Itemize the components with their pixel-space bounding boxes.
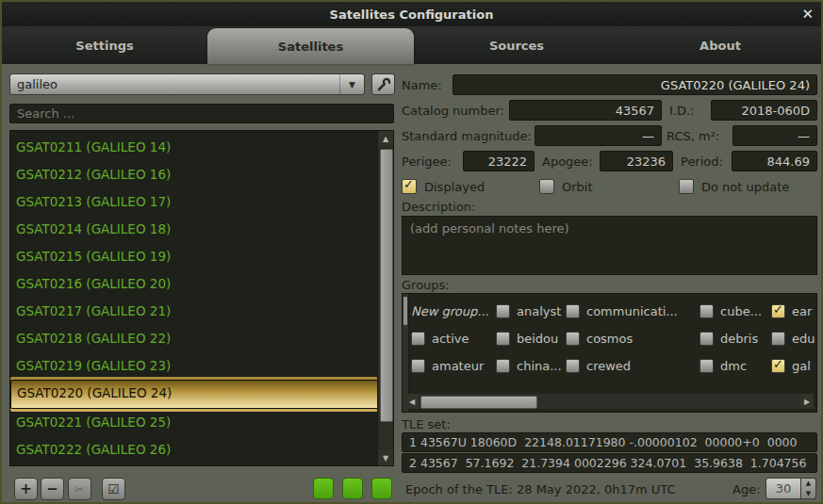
standard-magnitude-field[interactable]: — bbox=[535, 125, 662, 146]
displayed-checkbox[interactable]: Displayed bbox=[402, 179, 485, 194]
list-item[interactable]: GSAT0214 (GALILEO 18) bbox=[10, 216, 379, 243]
description-textarea[interactable] bbox=[402, 216, 817, 275]
vertical-scrollbar[interactable]: ▲ ▼ bbox=[377, 131, 393, 465]
group-checkbox[interactable] bbox=[700, 359, 714, 373]
tab-settings[interactable]: Settings bbox=[2, 26, 207, 64]
list-item[interactable]: GSAT0221 (GALILEO 25) bbox=[10, 409, 379, 436]
group-item[interactable]: communicati... bbox=[566, 304, 700, 318]
group-item[interactable]: cosmos bbox=[566, 332, 700, 346]
group-checkbox[interactable] bbox=[496, 332, 510, 346]
tle-line2-field[interactable]: 2 43567 57.1692 21.7394 0002296 324.0701… bbox=[402, 453, 817, 473]
list-item[interactable]: GSAT0212 (GALILEO 16) bbox=[10, 161, 379, 188]
list-item[interactable]: GSAT0216 (GALILEO 20) bbox=[10, 270, 379, 298]
catalog-number-field[interactable]: 43567 bbox=[509, 100, 662, 121]
age-spinbox[interactable]: 30 bbox=[765, 478, 801, 499]
scroll-left-icon[interactable]: ◀ bbox=[405, 394, 419, 409]
group-checkbox[interactable] bbox=[771, 359, 785, 373]
search-input[interactable] bbox=[9, 104, 394, 123]
group-checkbox[interactable] bbox=[566, 304, 580, 318]
perigee-field[interactable]: 23222 bbox=[463, 151, 535, 171]
group-label: gal bbox=[792, 359, 811, 373]
id-field[interactable]: 2018-060D bbox=[711, 100, 817, 121]
group-item[interactable]: ear bbox=[771, 304, 817, 318]
group-checkbox[interactable] bbox=[566, 332, 580, 346]
apogee-field[interactable]: 23236 bbox=[600, 151, 673, 171]
group-item[interactable]: beidou bbox=[496, 332, 566, 346]
filter-settings-button[interactable] bbox=[371, 73, 395, 95]
list-item[interactable]: GSAT0215 (GALILEO 19) bbox=[10, 243, 379, 270]
list-item[interactable]: GSAT0220 (GALILEO 24) bbox=[10, 380, 379, 409]
group-item[interactable]: debris bbox=[700, 332, 771, 346]
marker-color-swatch[interactable] bbox=[342, 478, 363, 499]
group-filter-combo[interactable]: galileo ▼ bbox=[9, 73, 365, 95]
spin-up-icon[interactable]: ▲ bbox=[801, 479, 815, 489]
group-item[interactable]: edu bbox=[771, 332, 817, 346]
list-item[interactable]: GSAT0211 (GALILEO 14) bbox=[10, 134, 379, 161]
name-field[interactable]: GSAT0220 (GALILEO 24) bbox=[453, 74, 817, 95]
groups-label: Groups: bbox=[402, 278, 450, 292]
scroll-down-icon[interactable]: ▼ bbox=[378, 450, 393, 465]
group-checkbox[interactable] bbox=[700, 304, 714, 318]
satellite-color-swatch[interactable] bbox=[313, 478, 334, 499]
group-checkbox[interactable] bbox=[496, 359, 510, 373]
checkbox-icon[interactable] bbox=[539, 179, 554, 194]
group-checkbox[interactable] bbox=[700, 332, 714, 346]
group-filter-value: galileo bbox=[10, 77, 339, 91]
group-label: analyst bbox=[517, 304, 561, 318]
group-label: cosmos bbox=[586, 332, 633, 346]
scrollbar-thumb[interactable] bbox=[420, 396, 537, 409]
group-checkbox[interactable] bbox=[496, 304, 510, 318]
close-icon[interactable]: ✕ bbox=[801, 6, 814, 23]
group-item[interactable]: analyst bbox=[496, 304, 566, 318]
catalog-number-label: Catalog number: bbox=[402, 100, 504, 121]
group-item[interactable]: gal bbox=[771, 359, 817, 373]
list-item[interactable]: GSAT0218 (GALILEO 22) bbox=[10, 325, 379, 352]
group-checkbox[interactable] bbox=[411, 359, 425, 373]
group-item[interactable]: crewed bbox=[566, 359, 700, 373]
rcs-field[interactable]: — bbox=[732, 125, 817, 146]
scrollbar-thumb[interactable] bbox=[380, 149, 393, 422]
do-not-update-checkbox[interactable]: Do not update bbox=[679, 179, 789, 194]
scroll-up-icon[interactable]: ▲ bbox=[378, 131, 393, 146]
satellite-list[interactable]: GSAT0211 (GALILEO 14)GSAT0212 (GALILEO 1… bbox=[9, 130, 394, 466]
scissors-button[interactable]: ✂ bbox=[68, 478, 91, 500]
scrollbar-thumb[interactable] bbox=[403, 297, 407, 325]
tab-satellites[interactable]: Satellites bbox=[207, 28, 414, 64]
list-item[interactable]: GSAT0213 (GALILEO 17) bbox=[10, 188, 379, 216]
id-label: I.D.: bbox=[669, 100, 695, 121]
name-label: Name: bbox=[402, 74, 442, 95]
group-item[interactable]: china... bbox=[496, 359, 566, 373]
age-spin-arrows[interactable]: ▲ ▼ bbox=[801, 478, 816, 499]
tle-line1-field[interactable]: 1 43567U 18060D 22148.01171980 -.0000010… bbox=[402, 432, 817, 452]
list-item[interactable]: GSAT0222 (GALILEO 26) bbox=[10, 436, 379, 463]
list-item[interactable]: GSAT0219 (GALILEO 23) bbox=[10, 352, 379, 380]
tab-sources[interactable]: Sources bbox=[414, 26, 619, 64]
spin-down-icon[interactable]: ▼ bbox=[801, 489, 815, 499]
select-all-button[interactable]: ☑ bbox=[102, 478, 125, 500]
group-item[interactable]: dmc bbox=[700, 359, 771, 373]
group-item[interactable]: cube... bbox=[700, 304, 771, 318]
group-label: crewed bbox=[586, 359, 631, 373]
group-checkbox[interactable] bbox=[771, 332, 785, 346]
epoch-text: Epoch of the TLE: 28 May 2022, 0h17m UTC bbox=[405, 478, 676, 500]
scroll-right-icon[interactable]: ▶ bbox=[800, 394, 814, 409]
group-checkbox[interactable] bbox=[771, 304, 785, 318]
list-item[interactable]: GSAT0217 (GALILEO 21) bbox=[10, 298, 379, 325]
period-field[interactable]: 844.69 bbox=[732, 151, 817, 171]
group-checkbox[interactable] bbox=[566, 359, 580, 373]
group-item[interactable]: active bbox=[411, 332, 496, 346]
group-checkbox[interactable] bbox=[411, 332, 425, 346]
chevron-down-icon[interactable]: ▼ bbox=[339, 74, 364, 94]
groups-horizontal-scrollbar[interactable]: ◀ ▶ bbox=[405, 394, 814, 409]
remove-satellite-button[interactable]: − bbox=[41, 478, 64, 500]
add-satellite-button[interactable]: + bbox=[14, 478, 38, 500]
title-bar[interactable]: Satellites Configuration ✕ bbox=[2, 2, 821, 26]
group-item[interactable]: amateur bbox=[411, 359, 496, 373]
tab-about[interactable]: About bbox=[619, 26, 821, 64]
checkbox-icon[interactable] bbox=[679, 179, 694, 194]
orbit-color-swatch[interactable] bbox=[371, 478, 392, 499]
checkbox-icon[interactable] bbox=[402, 179, 417, 194]
new-group-item[interactable]: New group... bbox=[411, 304, 496, 318]
groups-box: New group...analystcommunicati...cube...… bbox=[402, 293, 817, 413]
orbit-checkbox[interactable]: Orbit bbox=[539, 179, 593, 194]
